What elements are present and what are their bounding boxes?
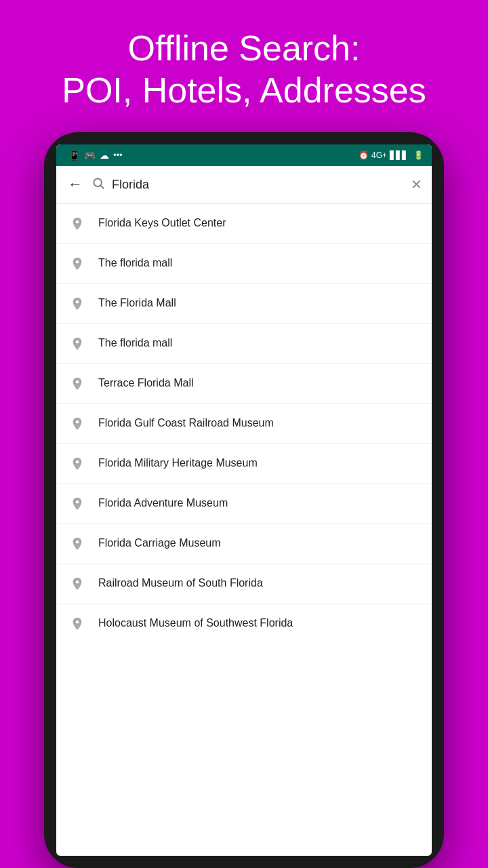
list-item[interactable]: Terrace Florida Mall [56, 363, 432, 403]
phone-screen: 📱 🎮 ☁ ••• ⏰ 4G+ ▋▋▋ 🔋 ← [56, 144, 432, 856]
result-label: Terrace Florida Mall [98, 376, 193, 391]
result-label: Florida Military Heritage Museum [98, 456, 258, 471]
clear-button[interactable]: ✕ [411, 176, 422, 193]
location-pin-icon [67, 294, 87, 314]
result-label: The florida mall [98, 336, 172, 351]
result-label: The Florida Mall [98, 296, 176, 311]
search-input[interactable] [112, 178, 404, 192]
list-item[interactable]: Florida Military Heritage Museum [56, 443, 432, 484]
location-pin-icon [67, 214, 87, 234]
result-label: Florida Gulf Coast Railroad Museum [98, 416, 274, 431]
result-label: Railroad Museum of South Florida [98, 576, 263, 591]
location-pin-icon [67, 494, 87, 514]
location-pin-icon [67, 454, 87, 474]
list-item[interactable]: The florida mall [56, 243, 432, 283]
location-pin-icon [67, 574, 87, 594]
status-time: 📱 🎮 ☁ ••• [64, 150, 123, 161]
location-pin-icon [67, 334, 87, 354]
list-item[interactable]: Florida Carriage Museum [56, 524, 432, 564]
location-pin-icon [67, 614, 87, 634]
svg-line-1 [101, 186, 104, 189]
location-pin-icon [67, 534, 87, 554]
status-bar: 📱 🎮 ☁ ••• ⏰ 4G+ ▋▋▋ 🔋 [56, 144, 432, 166]
list-item[interactable]: Florida Adventure Museum [56, 484, 432, 524]
result-label: Florida Keys Outlet Center [98, 216, 226, 231]
list-item[interactable]: The florida mall [56, 323, 432, 363]
search-bar: ← ✕ [56, 166, 432, 204]
result-label: Florida Carriage Museum [98, 536, 221, 551]
list-item[interactable]: Florida Keys Outlet Center [56, 204, 432, 243]
phone-wrapper: 📱 🎮 ☁ ••• ⏰ 4G+ ▋▋▋ 🔋 ← [44, 132, 444, 868]
result-list: Florida Keys Outlet Center The florida m… [56, 204, 432, 856]
back-button[interactable]: ← [66, 176, 85, 193]
svg-point-0 [94, 178, 102, 186]
list-item[interactable]: Railroad Museum of South Florida [56, 564, 432, 604]
result-label: Holocaust Museum of Southwest Florida [98, 616, 293, 631]
status-icons: ⏰ 4G+ ▋▋▋ 🔋 [359, 151, 424, 160]
location-pin-icon [67, 374, 87, 394]
header-text: Offline Search:POI, Hotels, Addresses [35, 0, 453, 132]
list-item[interactable]: Holocaust Museum of Southwest Florida [56, 604, 432, 644]
result-label: The florida mall [98, 256, 172, 271]
result-label: Florida Adventure Museum [98, 496, 228, 511]
location-pin-icon [67, 254, 87, 274]
location-pin-icon [67, 414, 87, 434]
search-icon [92, 176, 105, 193]
list-item[interactable]: Florida Gulf Coast Railroad Museum [56, 403, 432, 443]
list-item[interactable]: The Florida Mall [56, 283, 432, 323]
